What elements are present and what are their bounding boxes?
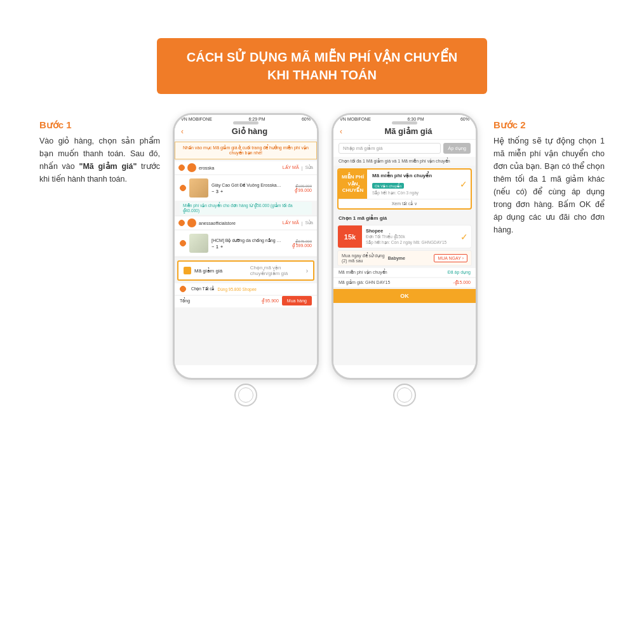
voucher-check-icon: ✓ <box>457 229 471 245</box>
phone2-navbar: ‹ Mã giảm giá <box>333 123 476 140</box>
summary-discount-label: Mã giảm giá: GHN DAY15 <box>339 280 390 285</box>
store1-sua-btn[interactable]: Sửa <box>305 165 313 170</box>
phone2-summary-free: Mã miễn phí vận chuyển Đã áp dụng <box>333 268 476 277</box>
total-label: Tổng <box>180 299 258 304</box>
phone2-carrier: VN MOBIFONE <box>340 117 371 121</box>
step1-section: Bước 1 Vào giỏ hàng, chọn sản phẩm bạn m… <box>39 113 166 185</box>
phone2-home-button[interactable] <box>393 384 416 406</box>
phone2-home-inner <box>397 387 412 403</box>
voucher-expiry: Sắp hết hạn: Còn 2 ngày Mã: GHNGDAY15 <box>366 240 453 245</box>
page-container: CÁCH SỬ DỤNG MÃ MIỄN PHÍ VẬN CHUYỂN KHI … <box>0 0 644 644</box>
phone1-carrier: VN MOBIFONE <box>181 117 212 121</box>
free-ship-header: MIỄN PHÍ VẬN CHUYỂN Mã miễn phí vận chuy… <box>339 170 471 199</box>
divider2 <box>175 257 317 258</box>
qty-val: 3 <box>216 189 218 194</box>
phone1-home-inner <box>238 387 253 403</box>
phone1-store2-row: anessaofficialstore LẤY MÃ | Sửa <box>175 217 317 229</box>
phone1-voucher-row[interactable]: Mã giảm giá Chọn mã vận chuyển/giảm giá … <box>177 260 314 281</box>
store1-checkbox[interactable] <box>178 164 185 171</box>
item2-info: [HCM] Bộ dưỡng da chống nắng dịu nhẹ... … <box>211 238 289 249</box>
header-title: CÁCH SỬ DỤNG MÃ MIỄN PHÍ VẬN CHUYỂN KHI … <box>182 48 462 84</box>
phone2-wrapper: VN MOBIFONE 6:30 PM 60% ‹ Mã giảm giá Nh… <box>332 113 478 410</box>
phone1: VN MOBIFONE 6:29 PM 60% ‹ Giỏ hàng Nhấn … <box>173 113 319 380</box>
phone2-buy-now-row: Mua ngay để sử dụng (2) mã sau Babyme MU… <box>337 250 472 266</box>
qty2-val: 1 <box>216 245 218 249</box>
phone1-home-button[interactable] <box>234 384 257 406</box>
step2-section: Bước 2 Hệ thống sẽ tự động chọn 1 mã miễ… <box>484 113 605 236</box>
phone2-summary-discount: Mã giảm giá: GHN DAY15 -₫15.000 <box>333 278 476 287</box>
phone2-back-icon[interactable]: ‹ <box>340 127 342 136</box>
phone1-time: 6:29 PM <box>248 117 265 121</box>
item2-price: ₫675.000 ₫ 599.000 <box>292 239 312 248</box>
phone2-search-input[interactable]: Nhập mã giảm giá <box>339 143 441 154</box>
phone1-navbar: ‹ Giỏ hàng <box>175 123 317 140</box>
qty2-minus[interactable]: − <box>211 245 214 249</box>
store2-sua-sep: | <box>302 221 303 225</box>
phone1-back-icon[interactable]: ‹ <box>181 127 184 136</box>
phone2-search-row: Nhập mã giảm giá Áp dụng <box>333 140 476 157</box>
phone2-choose-title: Chọn 1 mã giảm giá <box>333 212 476 223</box>
buy-now-button[interactable]: MUA NGAY › <box>434 254 467 262</box>
buy-now-label: Mua ngay để sử dụng (2) mã sau <box>342 253 385 263</box>
free-ship-title: Mã miễn phí vận chuyển <box>372 173 452 178</box>
item1-img <box>189 178 208 198</box>
phone2-ok-button[interactable]: OK <box>333 289 476 303</box>
store1-sua: | <box>302 166 303 170</box>
voucher-badge: 15k <box>338 225 362 248</box>
phone1-promo-banner: Nhấn vào mục Mã giảm giá ở cuối trang để… <box>175 142 317 159</box>
item1-info: Giày Cao Gót Đế Vuông Erosska - ER0... −… <box>211 183 292 194</box>
phone1-store1-row: erosska LẤY MÃ | Sửa <box>175 161 317 174</box>
qty-minus[interactable]: − <box>211 189 214 194</box>
item1-checkbox[interactable] <box>180 185 186 191</box>
store1-lay-ma[interactable]: LẤY MÃ <box>283 165 299 170</box>
store2-avatar <box>187 218 196 227</box>
free-ship-tag: Ok Vận chuyển <box>372 183 404 189</box>
phone2: VN MOBIFONE 6:30 PM 60% ‹ Mã giảm giá Nh… <box>332 113 478 380</box>
step2-desc: Hệ thống sẽ tự động chọn 1 mã miễn phí v… <box>493 135 605 236</box>
phone1-shipping-promo: Miễn phí vận chuyển cho đơn hàng từ ₫50.… <box>180 202 312 215</box>
phone2-battery: 60% <box>460 117 469 121</box>
voucher-label: Mã giảm giá <box>194 268 250 274</box>
shopee-coin: Dùng 95.800 Shopee <box>217 287 256 292</box>
item2-old-price: ₫675.000 <box>292 239 312 243</box>
voucher-placeholder: Chọn mã vận chuyển/giảm giá <box>250 265 306 276</box>
voucher-card-details: Shopee Đơn Tối Thiểu ₫150k Sắp hết hạn: … <box>362 225 457 248</box>
phone2-limit-note: Chọn tối đa 1 Mã giảm giá và 1 Mã miễn p… <box>333 157 476 166</box>
store1-avatar <box>187 163 196 172</box>
store2-lay-ma[interactable]: LẤY MÃ <box>283 220 299 225</box>
item1-old-price: ₫190.000 <box>295 184 312 188</box>
phone2-free-ship-card[interactable]: MIỄN PHÍ VẬN CHUYỂN Mã miễn phí vận chuy… <box>337 168 472 210</box>
phone1-cart-item1: Giày Cao Gót Đế Vuông Erosska - ER0... −… <box>175 175 317 201</box>
phone2-apply-btn[interactable]: Áp dụng <box>443 143 471 154</box>
summary-free-val: Đã áp dụng <box>448 270 471 275</box>
badge-value: 15k <box>344 233 356 241</box>
store2-checkbox[interactable] <box>178 220 185 226</box>
buy-button[interactable]: Mua hàng <box>282 296 312 305</box>
phone2-voucher-card[interactable]: 15k Shopee Đơn Tối Thiểu ₫150k Sắp hết h… <box>337 225 472 248</box>
phone1-title: Giỏ hàng <box>189 126 311 136</box>
qty2-plus[interactable]: + <box>220 245 223 249</box>
qty-plus[interactable]: + <box>220 189 223 194</box>
free-ship-label: MIỄN PHÍ VẬN CHUYỂN <box>339 170 367 199</box>
main-content: Bước 1 Vào giỏ hàng, chọn sản phẩm bạn m… <box>25 113 619 410</box>
phone1-wrapper: VN MOBIFONE 6:29 PM 60% ‹ Giỏ hàng Nhấn … <box>173 113 319 410</box>
item1-name: Giày Cao Gót Đế Vuông Erosska - ER0... <box>211 183 281 188</box>
item2-new-price: ₫ 599.000 <box>292 243 312 248</box>
store2-name: anessaofficialstore <box>199 221 280 225</box>
store2-sua-btn[interactable]: Sửa <box>305 220 313 225</box>
voucher-icon <box>184 267 191 274</box>
free-ship-info: Mã miễn phí vận chuyển Ok Vận chuyển Sắp… <box>367 170 457 199</box>
total-amount: ₫ 95.900 <box>262 299 279 304</box>
summary-discount-val: -₫15.000 <box>453 280 471 285</box>
voucher-shop-name: Shopee <box>366 228 453 234</box>
item2-img <box>189 234 208 253</box>
select-all-label: Chọn Tất cả <box>191 286 214 292</box>
header-banner: CÁCH SỬ DỤNG MÃ MIỄN PHÍ VẬN CHUYỂN KHI … <box>157 38 487 94</box>
select-all-checkbox[interactable] <box>180 286 186 292</box>
item2-checkbox[interactable] <box>180 240 186 246</box>
phone1-speaker <box>233 121 258 124</box>
summary-free-label: Mã miễn phí vận chuyển <box>339 270 387 275</box>
item1-new-price: ₫ 99.000 <box>295 188 312 193</box>
phone1-buy-bar: Tổng ₫ 95.900 Mua hàng <box>175 296 317 307</box>
view-more-btn[interactable]: Xem tất cả ∨ <box>339 199 471 208</box>
